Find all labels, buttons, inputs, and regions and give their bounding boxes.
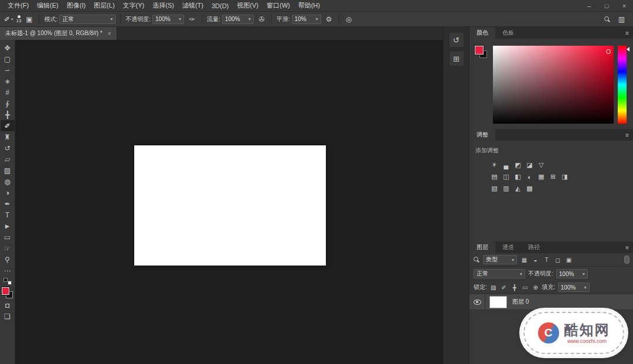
- layer-thumbnail[interactable]: [489, 296, 507, 308]
- smoothing-select[interactable]: 10%: [292, 15, 321, 24]
- adjustment-exposure-icon[interactable]: ◪: [525, 161, 535, 169]
- menu-layer[interactable]: 图层(L): [90, 1, 118, 10]
- menu-view[interactable]: 视图(V): [233, 1, 263, 10]
- properties-panel-icon[interactable]: ⊞: [450, 52, 464, 66]
- hue-slider[interactable]: [618, 46, 629, 124]
- menu-type[interactable]: 文字(Y): [119, 1, 149, 10]
- document-tab[interactable]: 未标题-1 @ 100% (图层 0, RGB/8#) * ×: [0, 27, 117, 40]
- screen-mode-button[interactable]: ❏: [1, 311, 15, 322]
- rectangle-tool[interactable]: ▭: [1, 232, 15, 243]
- brush-size-picker[interactable]: 13: [16, 15, 22, 23]
- filter-shape-layers-icon[interactable]: ◻: [553, 257, 562, 263]
- menu-filter[interactable]: 滤镜(T): [178, 1, 207, 10]
- lasso-tool[interactable]: ∽: [1, 64, 15, 76]
- lock-image-pixels-icon[interactable]: ✐: [500, 284, 508, 291]
- hand-tool[interactable]: ☞: [1, 243, 15, 254]
- foreground-swatch[interactable]: [475, 46, 484, 55]
- adjustment-photo-filter-icon[interactable]: ◐: [525, 172, 535, 181]
- smoothing-gear-icon[interactable]: ⚙: [324, 15, 334, 23]
- adjustment-vibrance-icon[interactable]: ▽: [536, 161, 546, 169]
- menu-image[interactable]: 图像(I): [63, 1, 90, 10]
- tab-swatches[interactable]: 色板: [495, 27, 521, 39]
- layer-fill-select[interactable]: 100%: [558, 283, 590, 292]
- pressure-opacity-icon[interactable]: ✑: [187, 15, 197, 23]
- saturation-brightness-field[interactable]: [493, 46, 614, 124]
- move-tool[interactable]: ✥: [1, 42, 15, 53]
- lock-all-icon[interactable]: ⊕: [532, 284, 540, 291]
- adjustment-curves-icon[interactable]: ◩: [513, 161, 523, 169]
- flow-select[interactable]: 100%: [222, 15, 254, 24]
- type-tool[interactable]: T: [1, 209, 15, 220]
- layer-row[interactable]: 图层 0: [469, 294, 633, 310]
- menu-help[interactable]: 帮助(H): [294, 1, 324, 10]
- canvas-pasteboard[interactable]: [15, 40, 443, 364]
- eraser-tool[interactable]: ▱: [1, 154, 15, 165]
- adjustment-channel-mixer-icon[interactable]: ▦: [536, 172, 546, 181]
- blur-tool[interactable]: ◍: [1, 176, 15, 187]
- adjustment-color-balance-icon[interactable]: ◫: [501, 172, 511, 181]
- tab-color[interactable]: 颜色: [469, 27, 495, 39]
- layer-blend-mode-select[interactable]: 正常: [474, 269, 525, 278]
- lock-position-icon[interactable]: ╋: [511, 284, 519, 291]
- menu-file[interactable]: 文件(F): [4, 1, 33, 10]
- filter-pixel-layers-icon[interactable]: ▦: [520, 257, 529, 263]
- tool-preset-picker[interactable]: ✐ ▾: [4, 15, 13, 23]
- layer-filter-toggle[interactable]: [624, 256, 629, 264]
- restore-button[interactable]: □: [598, 0, 615, 11]
- brush-tool[interactable]: ✐: [1, 120, 15, 131]
- adjustment-invert-icon[interactable]: ◨: [560, 172, 570, 181]
- adjustment-hue-saturation-icon[interactable]: ▤: [489, 172, 499, 181]
- pressure-size-icon[interactable]: ◎: [344, 15, 354, 23]
- tab-channels[interactable]: 通道: [495, 241, 521, 253]
- tab-close-icon[interactable]: ×: [108, 30, 111, 37]
- adjustment-levels-icon[interactable]: ▄: [501, 161, 511, 169]
- lock-transparent-pixels-icon[interactable]: ▨: [489, 284, 498, 291]
- adjustment-selective-color-icon[interactable]: ▩: [525, 184, 535, 193]
- dodge-tool[interactable]: ◑: [1, 187, 15, 198]
- adjustment-posterize-icon[interactable]: ▧: [489, 184, 499, 193]
- lock-artboard-icon[interactable]: ▭: [521, 284, 529, 291]
- airbrush-icon[interactable]: ✇: [257, 15, 267, 23]
- gradient-tool[interactable]: ▨: [1, 165, 15, 176]
- foreground-color-swatch[interactable]: [2, 287, 9, 295]
- workspace-switcher-icon[interactable]: ▥: [617, 15, 627, 23]
- spot-healing-tool[interactable]: ╋: [1, 109, 15, 120]
- path-selection-tool[interactable]: ►: [1, 220, 15, 232]
- opacity-select[interactable]: 100%: [152, 15, 184, 24]
- adjustment-black-white-icon[interactable]: ◧: [513, 172, 523, 181]
- search-icon[interactable]: [604, 16, 611, 23]
- close-button[interactable]: ×: [615, 0, 633, 11]
- adjustment-color-lookup-icon[interactable]: ⊞: [548, 172, 558, 181]
- document-canvas[interactable]: [134, 145, 326, 266]
- filter-type-layers-icon[interactable]: T: [542, 257, 551, 263]
- adjustment-gradient-map-icon[interactable]: ◭: [513, 184, 523, 193]
- layer-visibility-cell[interactable]: [469, 294, 485, 309]
- default-colors-icon[interactable]: [4, 278, 12, 285]
- crop-tool[interactable]: #: [1, 87, 15, 98]
- color-panel-swatches[interactable]: [475, 46, 489, 124]
- panel-menu-icon[interactable]: ≡: [625, 30, 633, 36]
- eyedropper-tool[interactable]: ∮: [1, 98, 15, 109]
- adjustment-threshold-icon[interactable]: ▥: [501, 184, 511, 193]
- color-picker-marker[interactable]: [606, 49, 611, 54]
- foreground-background-swatches[interactable]: [2, 287, 13, 298]
- minimize-button[interactable]: –: [580, 0, 598, 11]
- quick-selection-tool[interactable]: ∗: [1, 76, 15, 87]
- blend-mode-select[interactable]: 正常: [59, 15, 115, 24]
- brush-panel-toggle-icon[interactable]: ▣: [24, 15, 34, 23]
- tab-layers[interactable]: 图层: [469, 241, 495, 253]
- clone-stamp-tool[interactable]: ♜: [1, 131, 15, 142]
- panel-menu-icon[interactable]: ≡: [625, 132, 633, 138]
- filter-adjustment-layers-icon[interactable]: ◒: [531, 257, 540, 263]
- adjustment-brightness-contrast-icon[interactable]: ☀: [489, 161, 499, 169]
- history-panel-icon[interactable]: ↺: [450, 33, 464, 47]
- menu-select[interactable]: 选择(S): [148, 1, 178, 10]
- menu-edit[interactable]: 编辑(E): [33, 1, 63, 10]
- filter-smart-objects-icon[interactable]: ▣: [564, 257, 573, 263]
- edit-toolbar-button[interactable]: ⋯: [1, 265, 15, 276]
- zoom-tool[interactable]: ⚲: [1, 254, 15, 265]
- menu-window[interactable]: 窗口(W): [263, 1, 294, 10]
- tab-adjustments[interactable]: 调整: [469, 129, 495, 141]
- pen-tool[interactable]: ✒: [1, 198, 15, 209]
- hue-strip[interactable]: [618, 46, 627, 124]
